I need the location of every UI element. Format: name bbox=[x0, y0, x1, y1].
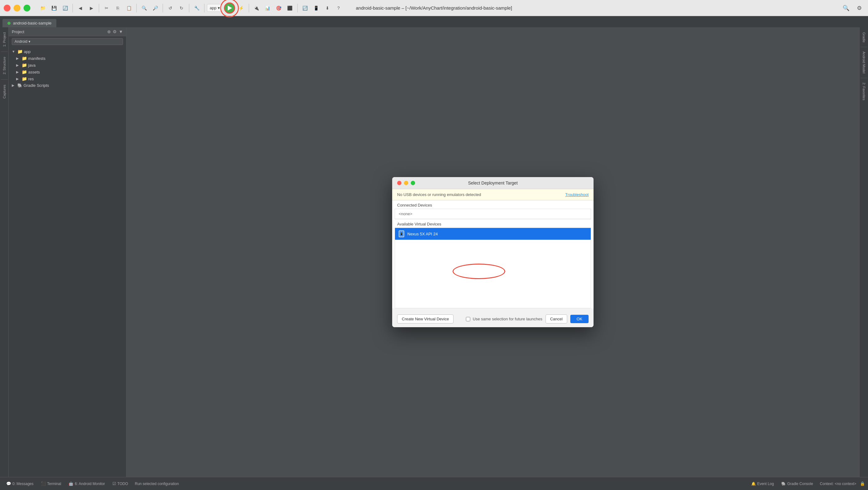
undo-icon[interactable]: ↺ bbox=[165, 3, 175, 13]
save-icon[interactable]: 💾 bbox=[49, 3, 59, 13]
copy-icon[interactable]: ⎘ bbox=[113, 3, 123, 13]
paste-icon[interactable]: 📋 bbox=[124, 3, 134, 13]
empty-devices-area bbox=[395, 240, 591, 308]
device-item-nexus5x[interactable]: 📱 Nexus 5X API 24 bbox=[395, 228, 591, 240]
tree-item-res[interactable]: ▶ 📁 res bbox=[13, 75, 126, 82]
new-project-icon[interactable]: 📁 bbox=[38, 3, 48, 13]
android-icon: 🤖 bbox=[68, 481, 73, 486]
file-tree: ▼ 📁 app ▶ 📁 manifests ▶ 📁 java ▶ 📁 asset… bbox=[9, 47, 126, 477]
window-controls bbox=[4, 5, 30, 11]
device-name: Nexus 5X API 24 bbox=[407, 232, 438, 236]
search-icon[interactable]: 🔍 bbox=[843, 5, 849, 11]
folder-icon: 📁 bbox=[17, 49, 23, 54]
gradle-console-tab[interactable]: 🐘 Gradle Console bbox=[778, 480, 816, 488]
troubleshoot-link[interactable]: Troubleshoot bbox=[565, 192, 589, 197]
avd-list: 📱 Nexus 5X API 24 bbox=[395, 228, 591, 308]
sidebar-structure-label[interactable]: 2: Structure bbox=[2, 54, 7, 77]
lock-icon: 🔒 bbox=[860, 481, 865, 486]
dialog-actions: Use same selection for future launches C… bbox=[466, 314, 589, 323]
panel-icons: ⊕ ⚙ ▼ bbox=[107, 29, 123, 34]
favorites-label[interactable]: 2: Favorites bbox=[862, 80, 866, 103]
messages-icon: 💬 bbox=[6, 481, 11, 486]
android-monitor-tab[interactable]: 🤖 6: Android Monitor bbox=[65, 480, 108, 488]
tree-item-app[interactable]: ▼ 📁 app bbox=[9, 48, 126, 55]
dialog-window-controls bbox=[397, 181, 415, 185]
back-icon[interactable]: ◀ bbox=[75, 3, 85, 13]
profile-icon[interactable]: 📊 bbox=[263, 3, 273, 13]
attach-debugger-icon[interactable]: 🔌 bbox=[252, 3, 261, 13]
gradle-sync-icon[interactable]: 🔃 bbox=[300, 3, 310, 13]
todo-tab[interactable]: ☑ TODO bbox=[110, 480, 131, 488]
terminal-tab[interactable]: ⬛ Terminal bbox=[38, 480, 64, 488]
sync-icon[interactable]: 🔄 bbox=[60, 3, 70, 13]
help-icon[interactable]: ? bbox=[334, 3, 344, 13]
tree-item-gradle-scripts[interactable]: ▶ 🐘 Gradle Scripts bbox=[9, 82, 126, 89]
android-model-label[interactable]: Android Model bbox=[862, 49, 866, 76]
sidebar-project-label[interactable]: 1: Project bbox=[2, 30, 7, 49]
tree-arrow-icon: ▶ bbox=[16, 70, 21, 74]
dialog-body: No USB devices or running emulators dete… bbox=[392, 189, 593, 308]
tree-arrow-icon: ▼ bbox=[12, 50, 16, 53]
none-device-item[interactable]: <none> bbox=[395, 209, 591, 219]
collapse-panel-icon[interactable]: ▼ bbox=[119, 29, 123, 34]
dialog-minimize-button[interactable] bbox=[404, 181, 408, 185]
find-prev-icon[interactable]: 🔎 bbox=[150, 3, 160, 13]
warning-bar: No USB devices or running emulators dete… bbox=[392, 189, 593, 200]
sync-panel-icon[interactable]: ⊕ bbox=[107, 29, 111, 34]
minimize-button[interactable] bbox=[13, 5, 21, 11]
event-log-label: Event Log bbox=[757, 482, 774, 486]
project-view-dropdown[interactable]: Android ▾ bbox=[12, 38, 123, 45]
dialog-close-button[interactable] bbox=[397, 181, 401, 185]
stop-icon[interactable]: ⬛ bbox=[285, 3, 295, 13]
terminal-icon: ⬛ bbox=[41, 481, 46, 486]
panel-title: Project bbox=[12, 29, 105, 34]
tab-bar: android-basic-sample bbox=[0, 16, 868, 27]
window-title: android-basic-sample – [~/Work/AnyChart/… bbox=[356, 5, 513, 10]
avd-manager-icon[interactable]: 📱 bbox=[311, 3, 321, 13]
close-button[interactable] bbox=[4, 5, 10, 11]
tree-item-java[interactable]: ▶ 📁 java bbox=[13, 62, 126, 68]
sdk-manager-icon[interactable]: 🔧 bbox=[192, 3, 202, 13]
sdk-icon[interactable]: ⬇ bbox=[322, 3, 332, 13]
tree-item-manifests[interactable]: ▶ 📁 manifests bbox=[13, 55, 126, 62]
same-selection-checkbox[interactable] bbox=[466, 317, 470, 321]
sidebar-right: Gradle Android Model 2: Favorites bbox=[859, 27, 868, 477]
tree-item-label: java bbox=[28, 63, 36, 67]
cut-icon[interactable]: ✂ bbox=[102, 3, 112, 13]
cancel-button[interactable]: Cancel bbox=[546, 314, 567, 323]
find-icon[interactable]: 🔍 bbox=[139, 3, 149, 13]
coverage-icon[interactable]: 🎯 bbox=[274, 3, 284, 13]
settings-icon[interactable]: ⚙ bbox=[857, 5, 862, 11]
tree-item-label: app bbox=[24, 49, 31, 54]
app-config-dropdown[interactable]: app ▾ bbox=[207, 4, 223, 12]
project-tab[interactable]: android-basic-sample bbox=[2, 19, 56, 27]
redo-icon[interactable]: ↻ bbox=[177, 3, 186, 13]
tree-item-assets[interactable]: ▶ 📁 assets bbox=[13, 68, 126, 75]
terminal-label: Terminal bbox=[47, 482, 61, 486]
gear-panel-icon[interactable]: ⚙ bbox=[113, 29, 117, 34]
folder-icon: 📁 bbox=[22, 76, 27, 81]
dialog-maximize-button[interactable] bbox=[411, 181, 415, 185]
sidebar-captures-label[interactable]: Captures bbox=[2, 82, 7, 101]
maximize-button[interactable] bbox=[24, 5, 30, 11]
same-selection-row: Use same selection for future launches bbox=[466, 317, 542, 321]
sidebar-left: 1: Project 2: Structure Captures bbox=[0, 27, 9, 477]
dialog-titlebar: Select Deployment Target bbox=[392, 177, 593, 189]
messages-tab[interactable]: 💬 0: Messages bbox=[3, 480, 36, 488]
event-log-tab[interactable]: 🔔 Event Log bbox=[748, 480, 777, 488]
gradle-panel-label[interactable]: Gradle bbox=[862, 30, 866, 45]
create-new-virtual-device-button[interactable]: Create New Virtual Device bbox=[397, 314, 454, 323]
tree-item-label: res bbox=[28, 77, 34, 81]
messages-label: 0: Messages bbox=[12, 482, 33, 486]
dialog-title: Select Deployment Target bbox=[468, 180, 518, 185]
connected-devices-header: Connected Devices bbox=[392, 200, 593, 209]
debug-icon[interactable]: ⚡ bbox=[236, 3, 246, 13]
android-monitor-label: 6: Android Monitor bbox=[75, 482, 105, 486]
folder-icon: 📁 bbox=[22, 56, 27, 61]
dropdown-arrow-icon: ▾ bbox=[218, 6, 220, 10]
gradle-console-label: Gradle Console bbox=[787, 482, 813, 486]
run-button[interactable] bbox=[224, 2, 235, 13]
ok-button[interactable]: OK bbox=[570, 315, 589, 323]
forward-icon[interactable]: ▶ bbox=[86, 3, 96, 13]
dialog-overlay: Select Deployment Target No USB devices … bbox=[126, 27, 859, 477]
